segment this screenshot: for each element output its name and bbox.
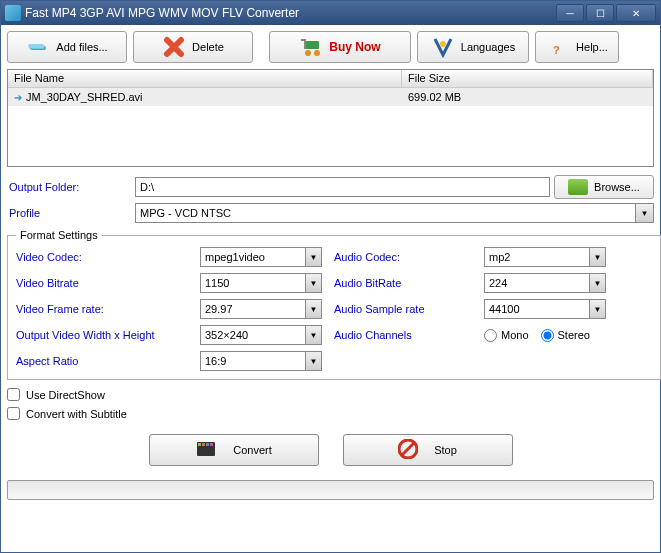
format-settings-fieldset: Format Settings Video Codec: mpeg1video▼… — [7, 229, 661, 380]
delete-button[interactable]: Delete — [133, 31, 253, 63]
chevron-down-icon: ▼ — [305, 352, 321, 370]
audio-bitrate-label: Audio BitRate — [334, 277, 480, 289]
convert-button[interactable]: Convert — [149, 434, 319, 466]
convert-icon — [195, 439, 217, 461]
video-bitrate-select[interactable]: 1150▼ — [200, 273, 322, 293]
folder-icon — [568, 179, 588, 195]
progress-bar — [7, 480, 654, 500]
chevron-down-icon: ▼ — [305, 326, 321, 344]
mono-radio[interactable]: Mono — [484, 329, 529, 342]
stop-icon — [398, 439, 418, 461]
output-folder-label: Output Folder: — [7, 181, 131, 193]
app-window: Fast MP4 3GP AVI MPG WMV MOV FLV Convert… — [0, 0, 661, 553]
format-settings-legend: Format Settings — [16, 229, 102, 241]
audio-codec-label: Audio Codec: — [334, 251, 480, 263]
svg-rect-10 — [202, 443, 205, 446]
svg-point-6 — [440, 41, 446, 47]
toolbar: Add files... Delete Buy Now Languages ? … — [7, 31, 654, 63]
chevron-down-icon: ▼ — [589, 248, 605, 266]
svg-rect-3 — [305, 41, 319, 49]
file-name-text: JM_30DAY_SHRED.avi — [26, 91, 143, 103]
file-row[interactable]: ➔ JM_30DAY_SHRED.avi 699.02 MB — [8, 88, 653, 106]
audio-codec-select[interactable]: mp2▼ — [484, 247, 606, 267]
audio-sample-select[interactable]: 44100▼ — [484, 299, 606, 319]
action-row: Convert Stop — [7, 434, 654, 466]
languages-button[interactable]: Languages — [417, 31, 529, 63]
chevron-down-icon: ▼ — [305, 248, 321, 266]
profile-value: MPG - VCD NTSC — [140, 207, 231, 219]
column-file-size[interactable]: File Size — [402, 70, 653, 87]
chevron-down-icon: ▼ — [589, 300, 605, 318]
video-codec-select[interactable]: mpeg1video▼ — [200, 247, 322, 267]
svg-rect-11 — [206, 443, 209, 446]
aspect-ratio-select[interactable]: 16:9▼ — [200, 351, 322, 371]
stereo-radio[interactable]: Stereo — [541, 329, 590, 342]
profile-label: Profile — [7, 207, 131, 219]
file-name-cell: ➔ JM_30DAY_SHRED.avi — [8, 91, 402, 103]
output-folder-row: Output Folder: Browse... — [7, 175, 654, 199]
file-size-cell: 699.02 MB — [402, 91, 653, 103]
languages-icon — [431, 35, 455, 59]
file-list-header: File Name File Size — [8, 70, 653, 88]
svg-rect-2 — [28, 44, 44, 48]
buy-now-button[interactable]: Buy Now — [269, 31, 411, 63]
titlebar[interactable]: Fast MP4 3GP AVI MPG WMV MOV FLV Convert… — [1, 1, 660, 25]
stop-button[interactable]: Stop — [343, 434, 513, 466]
video-size-select[interactable]: 352×240▼ — [200, 325, 322, 345]
video-size-label: Output Video Width x Height — [16, 329, 196, 341]
browse-button[interactable]: Browse... — [554, 175, 654, 199]
chevron-down-icon: ▼ — [589, 274, 605, 292]
chevron-down-icon: ▼ — [635, 204, 653, 222]
cart-icon — [299, 35, 323, 59]
file-list[interactable]: File Name File Size ➔ JM_30DAY_SHRED.avi… — [7, 69, 654, 167]
add-files-button[interactable]: Add files... — [7, 31, 127, 63]
help-label: Help... — [576, 41, 608, 53]
languages-label: Languages — [461, 41, 515, 53]
svg-line-14 — [402, 443, 414, 455]
aspect-ratio-label: Aspect Ratio — [16, 355, 196, 367]
audio-channels-label: Audio Channels — [334, 329, 480, 341]
svg-rect-12 — [210, 443, 213, 446]
help-icon: ? — [546, 35, 570, 59]
convert-subtitle-checkbox[interactable]: Convert with Subtitle — [7, 407, 654, 420]
help-button[interactable]: ? Help... — [535, 31, 619, 63]
minimize-button[interactable]: ─ — [556, 4, 584, 22]
chevron-down-icon: ▼ — [305, 300, 321, 318]
use-directshow-checkbox[interactable]: Use DirectShow — [7, 388, 654, 401]
maximize-button[interactable]: ☐ — [586, 4, 614, 22]
svg-point-4 — [305, 50, 311, 56]
audio-bitrate-select[interactable]: 224▼ — [484, 273, 606, 293]
file-arrow-icon: ➔ — [14, 92, 22, 103]
content-area: Add files... Delete Buy Now Languages ? … — [1, 25, 660, 552]
svg-text:?: ? — [553, 44, 560, 56]
profile-row: Profile MPG - VCD NTSC ▼ — [7, 203, 654, 223]
delete-icon — [162, 35, 186, 59]
convert-label: Convert — [233, 444, 272, 456]
stop-label: Stop — [434, 444, 457, 456]
column-file-name[interactable]: File Name — [8, 70, 402, 87]
video-bitrate-label: Video Bitrate — [16, 277, 196, 289]
svg-point-5 — [314, 50, 320, 56]
app-icon — [5, 5, 21, 21]
close-button[interactable]: ✕ — [616, 4, 656, 22]
window-title: Fast MP4 3GP AVI MPG WMV MOV FLV Convert… — [25, 6, 556, 20]
buy-now-label: Buy Now — [329, 40, 380, 54]
delete-label: Delete — [192, 41, 224, 53]
audio-sample-label: Audio Sample rate — [334, 303, 480, 315]
video-codec-label: Video Codec: — [16, 251, 196, 263]
window-controls: ─ ☐ ✕ — [556, 4, 656, 22]
profile-select[interactable]: MPG - VCD NTSC ▼ — [135, 203, 654, 223]
output-folder-input[interactable] — [135, 177, 550, 197]
browse-label: Browse... — [594, 181, 640, 193]
video-framerate-label: Video Frame rate: — [16, 303, 196, 315]
checkbox-group: Use DirectShow Convert with Subtitle — [7, 388, 654, 420]
video-framerate-select[interactable]: 29.97▼ — [200, 299, 322, 319]
svg-rect-9 — [198, 443, 201, 446]
audio-channels-radios: Mono Stereo — [484, 329, 652, 342]
chevron-down-icon: ▼ — [305, 274, 321, 292]
format-settings-grid: Video Codec: mpeg1video▼ Audio Codec: mp… — [16, 247, 652, 371]
add-files-icon — [26, 35, 50, 59]
add-files-label: Add files... — [56, 41, 107, 53]
